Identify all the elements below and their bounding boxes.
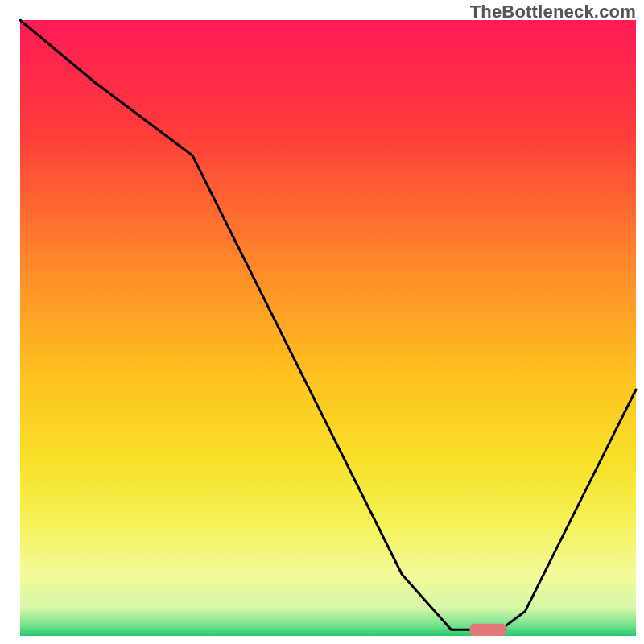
optimal-marker [469,624,506,636]
watermark-label: TheBottleneck.com [470,2,636,23]
bottleneck-chart [0,0,644,644]
chart-stage: TheBottleneck.com [0,0,644,644]
plot-background [20,20,636,636]
